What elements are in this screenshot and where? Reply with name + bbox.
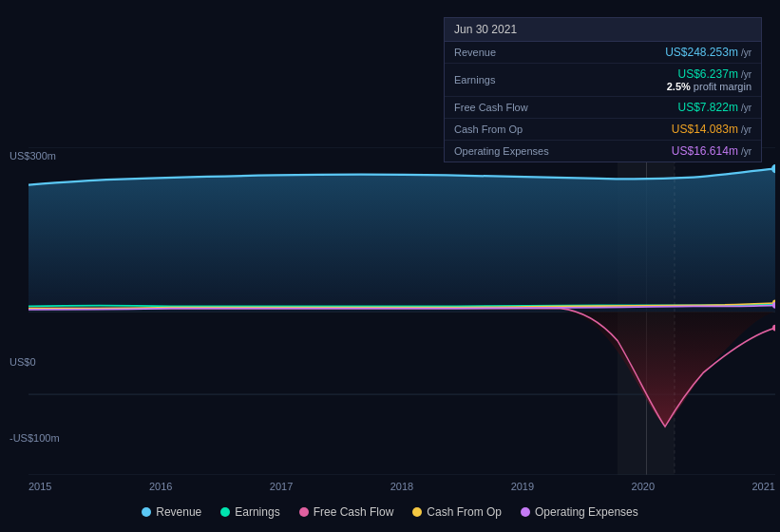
legend-dot-opex: [521, 507, 530, 517]
x-label-2020: 2020: [632, 481, 655, 492]
tooltip-cashop-row: Cash From Op US$14.083m/yr: [445, 119, 761, 141]
x-label-2019: 2019: [511, 481, 534, 492]
x-label-2017: 2017: [270, 481, 293, 492]
opex-amount: US$16.614m: [672, 144, 738, 158]
earnings-amount: US$6.237m: [678, 67, 738, 81]
legend-label-opex: Operating Expenses: [535, 505, 638, 519]
legend-label-revenue: Revenue: [156, 505, 201, 519]
tooltip-box: Jun 30 2021 Revenue US$248.253m/yr Earni…: [444, 17, 762, 162]
x-labels: 2015 2016 2017 2018 2019 2020 2021: [29, 481, 775, 492]
legend-dot-fcf: [299, 507, 309, 517]
legend-revenue[interactable]: Revenue: [142, 505, 201, 519]
tooltip-revenue-row: Revenue US$248.253m/yr: [445, 42, 761, 64]
tooltip-fcf-row: Free Cash Flow US$7.822m/yr: [445, 97, 761, 119]
legend-label-earnings: Earnings: [235, 505, 279, 519]
x-label-2018: 2018: [390, 481, 413, 492]
tooltip-revenue-value: US$248.253m/yr: [665, 46, 751, 59]
revenue-fill: [29, 169, 775, 312]
legend: Revenue Earnings Free Cash Flow Cash Fro…: [0, 505, 780, 519]
legend-dot-cashop: [412, 507, 422, 517]
legend-earnings[interactable]: Earnings: [220, 505, 279, 519]
tooltip-date: Jun 30 2021: [445, 18, 761, 42]
tooltip-opex-value: US$16.614m/yr: [672, 144, 751, 158]
tooltip-opex-label: Operating Expenses: [454, 145, 559, 157]
tooltip-cashop-value: US$14.083m/yr: [672, 123, 751, 136]
tooltip-earnings-value: US$6.237m/yr 2.5% profit margin: [667, 67, 751, 92]
tooltip-opex-row: Operating Expenses US$16.614m/yr: [445, 141, 761, 162]
chart-svg[interactable]: [29, 147, 775, 475]
cashop-amount: US$14.083m: [672, 123, 738, 136]
tooltip-cashop-label: Cash From Op: [454, 124, 559, 135]
fcf-amount: US$7.822m: [678, 101, 738, 114]
legend-fcf[interactable]: Free Cash Flow: [299, 505, 394, 519]
tooltip-fcf-value: US$7.822m/yr: [678, 101, 751, 114]
legend-dot-revenue: [142, 507, 151, 517]
tooltip-fcf-label: Free Cash Flow: [454, 102, 559, 113]
legend-cashop[interactable]: Cash From Op: [412, 505, 502, 519]
revenue-amount: US$248.253m: [665, 46, 738, 59]
legend-label-cashop: Cash From Op: [427, 505, 502, 519]
legend-label-fcf: Free Cash Flow: [314, 505, 394, 519]
x-label-2015: 2015: [29, 481, 51, 492]
negative-fill: [561, 312, 775, 427]
tooltip-revenue-label: Revenue: [454, 47, 559, 58]
legend-opex[interactable]: Operating Expenses: [521, 505, 638, 519]
legend-dot-earnings: [220, 507, 230, 517]
chart-container: Jun 30 2021 Revenue US$248.253m/yr Earni…: [0, 0, 780, 532]
fcf-dot: [772, 325, 775, 332]
x-label-2016: 2016: [149, 481, 172, 492]
tooltip-earnings-row: Earnings US$6.237m/yr 2.5% profit margin: [445, 64, 761, 97]
x-label-2021: 2021: [751, 481, 774, 492]
tooltip-earnings-label: Earnings: [454, 74, 559, 86]
